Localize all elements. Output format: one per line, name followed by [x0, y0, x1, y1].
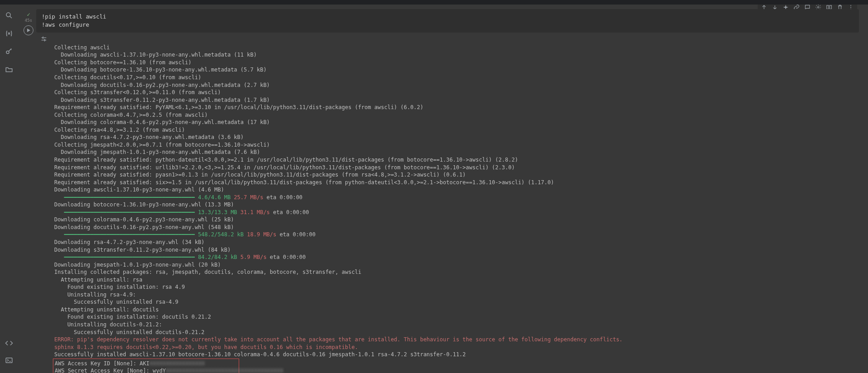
output-line: Collecting rsa<4.8,>=3.1.2 (from awscli): [54, 127, 185, 133]
output-line: Requirement already satisfied: urllib3!=…: [54, 164, 515, 171]
aws-access-key-line: AWS Access Key ID [None]: AKIXXXXXXXXXXX…: [55, 360, 205, 367]
output-line: Downloading jmespath-1.0.1-py3-none-any.…: [54, 149, 260, 155]
output-line: Downloading docutils-0.16-py2.py3-none-a…: [54, 224, 234, 230]
output-line: Successfully installed awscli-1.37.10 bo…: [54, 351, 466, 358]
output-line: Collecting colorama<0.4.7,>=0.2.5 (from …: [54, 112, 208, 118]
output-line: Downloading colorama-0.4.6-py2.py3-none-…: [54, 216, 234, 223]
output-line: Downloading docutils-0.16-py2.py3-none-a…: [54, 82, 270, 88]
code-line: !aws configure: [42, 21, 854, 29]
output-line: Collecting jmespath<2.0.0,>=0.7.1 (from …: [54, 142, 270, 148]
svg-point-0: [6, 13, 10, 17]
output-line: Downloading rsa-4.7.2-py3-none-any.whl (…: [54, 239, 204, 245]
exec-status: ✓ 45s: [25, 12, 32, 23]
svg-point-2: [6, 51, 9, 54]
output-line: Requirement already satisfied: six>=1.5 …: [54, 179, 554, 186]
left-sidebar: [0, 5, 18, 373]
code-editor[interactable]: !pip install awscli !aws configure: [36, 9, 859, 33]
output-line: Requirement already satisfied: PyYAML<6.…: [54, 104, 423, 110]
notebook-main[interactable]: ✓ 45s !pip i: [18, 5, 868, 373]
exec-time-label: 45s: [25, 18, 32, 23]
output-line: Downloading jmespath-1.0.1-py3-none-any.…: [54, 262, 221, 268]
code-snippets-icon[interactable]: [5, 339, 14, 348]
code-cell: ✓ 45s !pip i: [21, 9, 859, 373]
output-line: Collecting docutils<0.17,>=0.10 (from aw…: [54, 74, 201, 81]
output-line: Requirement already satisfied: python-da…: [54, 157, 518, 163]
output-line: Downloading botocore-1.36.10-py3-none-an…: [54, 67, 267, 73]
svg-point-4: [817, 6, 819, 8]
code-line: !pip install awscli: [42, 13, 854, 21]
output-line: Uninstalling docutils-0.21.2:: [54, 321, 162, 328]
error-line: ERROR: pip's dependency resolver does no…: [54, 336, 623, 343]
cell-output[interactable]: Collecting awscli Downloading awscli-1.3…: [52, 33, 625, 373]
output-line: Downloading rsa-4.7.2-py3-none-any.whl.m…: [54, 134, 244, 140]
output-line: Installing collected packages: rsa, jmes…: [54, 269, 361, 275]
output-line: Downloading botocore-1.36.10-py3-none-an…: [54, 201, 234, 208]
secrets-icon[interactable]: [5, 47, 14, 56]
toggle-output-icon[interactable]: [40, 35, 47, 373]
progress-bar: ━━━━━━━━━━━━━━━━━━━━━━━━━━━━━━━━━━━━━━━━…: [54, 254, 306, 260]
terminal-icon[interactable]: [5, 356, 14, 365]
output-line: Found existing installation: rsa 4.9: [54, 284, 185, 290]
search-icon[interactable]: [5, 11, 14, 20]
svg-rect-6: [830, 5, 831, 9]
output-line: Successfully uninstalled docutils-0.21.2: [54, 329, 204, 335]
run-cell-button[interactable]: [24, 25, 33, 35]
check-icon: ✓: [27, 12, 30, 17]
output-line: Attempting uninstall: rsa: [54, 277, 142, 283]
output-line: Requirement already satisfied: pyasn1>=0…: [54, 172, 466, 178]
output-line: Successfully uninstalled rsa-4.9: [54, 299, 179, 305]
output-line: Collecting botocore==1.36.10 (from awscl…: [54, 59, 191, 66]
progress-bar: ━━━━━━━━━━━━━━━━━━━━━━━━━━━━━━━━━━━━━━━━…: [54, 194, 302, 201]
cell-gutter: ✓ 45s: [21, 9, 36, 373]
files-icon[interactable]: [5, 65, 14, 74]
output-line: Collecting s3transfer<0.12.0,>=0.11.0 (f…: [54, 89, 221, 96]
variables-icon[interactable]: [5, 29, 14, 38]
aws-secret-key-line: AWS Secret Access Key [None]: wydYXXXXXX…: [55, 368, 283, 373]
progress-bar: ━━━━━━━━━━━━━━━━━━━━━━━━━━━━━━━━━━━━━━━━…: [54, 209, 309, 215]
error-line: sphinx 8.1.3 requires docutils<0.22,>=0.…: [54, 344, 358, 350]
output-line: Collecting awscli: [54, 44, 110, 51]
svg-point-8: [850, 7, 851, 8]
output-line: Downloading awscli-1.37.10-py3-none-any.…: [54, 186, 224, 193]
output-line: Downloading s3transfer-0.11.2-py3-none-a…: [54, 97, 270, 103]
output-line: Downloading colorama-0.4.6-py2.py3-none-…: [54, 119, 270, 125]
output-line: Found existing installation: docutils 0.…: [54, 314, 211, 320]
svg-rect-3: [6, 358, 12, 363]
output-line: Uninstalling rsa-4.9:: [54, 292, 136, 298]
svg-point-7: [850, 5, 851, 6]
svg-rect-5: [827, 5, 829, 9]
output-line: Downloading awscli-1.37.10-py3-none-any.…: [54, 52, 257, 58]
progress-bar: ━━━━━━━━━━━━━━━━━━━━━━━━━━━━━━━━━━━━━━━━…: [54, 231, 316, 238]
top-menu-strip: [0, 0, 868, 5]
output-line: Attempting uninstall: docutils: [54, 306, 159, 313]
aws-configure-highlight: AWS Access Key ID [None]: AKIXXXXXXXXXXX…: [53, 359, 239, 373]
output-line: Downloading s3transfer-0.11.2-py3-none-a…: [54, 247, 231, 253]
svg-line-1: [10, 16, 12, 18]
